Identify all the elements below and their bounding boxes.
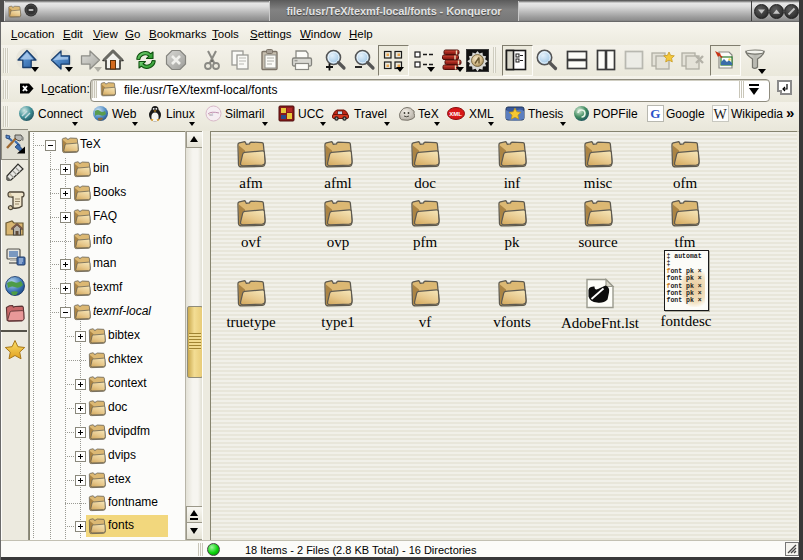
svg-text:W: W (713, 107, 727, 122)
svg-text:XML: XML (449, 111, 462, 117)
svg-text:G: G (650, 106, 660, 121)
svg-text:sil: sil (209, 112, 213, 117)
